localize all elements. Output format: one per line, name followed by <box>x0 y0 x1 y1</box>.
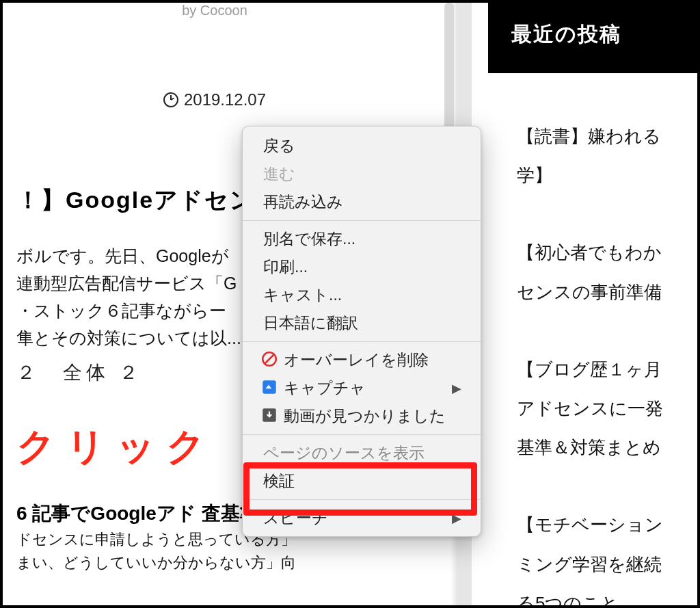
menu-item-print[interactable]: 印刷... <box>243 253 481 281</box>
menu-item-inspect[interactable]: 検証 <box>243 467 481 495</box>
sidebar-header: 最近の投稿 <box>488 3 697 73</box>
menu-item-video-found[interactable]: 動画が見つかりました <box>243 402 481 430</box>
menu-item-cast[interactable]: キャスト... <box>243 281 481 309</box>
scrollbar-thumb[interactable] <box>444 3 454 146</box>
sidebar-item[interactable]: 【ブログ歴１ヶ月 アドセンスに一発 基準＆対策まとめ <box>517 350 697 468</box>
menu-item-view-source[interactable]: ページのソースを表示 <box>243 439 481 467</box>
context-menu: 戻る 進む 再読み込み 別名で保存... 印刷... キャスト... 日本語に翻… <box>242 126 481 537</box>
clock-icon <box>163 92 178 107</box>
forbid-icon <box>260 350 278 368</box>
menu-label: キャプチャ <box>284 378 366 399</box>
menu-item-save-as[interactable]: 別名で保存... <box>243 225 481 253</box>
byline: by Cocoon <box>16 3 413 18</box>
sidebar-list: 【読書】嫌われる 学】 【初心者でもわか センスの事前準備 【ブログ歴１ヶ月 ア… <box>488 73 697 605</box>
menu-item-speech[interactable]: スピーチ ▶ <box>243 504 481 532</box>
sidebar: 最近の投稿 【読書】嫌われる 学】 【初心者でもわか センスの事前準備 【ブログ… <box>488 3 697 605</box>
sidebar-item[interactable]: 【モチベーション ミング学習を継続 る5つのこと <box>517 505 697 605</box>
menu-item-back[interactable]: 戻る <box>243 132 481 160</box>
menu-item-translate[interactable]: 日本語に翻訳 <box>243 309 481 337</box>
date-text: 2019.12.07 <box>184 90 266 109</box>
screenshot-frame: by Cocoon 2019.12.07 ！】Googleアドセン ボルです。先… <box>0 0 700 608</box>
sidebar-item[interactable]: 【読書】嫌われる 学】 <box>517 117 697 195</box>
capture-icon <box>260 378 278 396</box>
menu-separator <box>243 499 481 500</box>
chevron-right-icon: ▶ <box>452 511 461 526</box>
menu-item-capture[interactable]: キャプチャ ▶ <box>243 374 481 402</box>
menu-separator <box>243 341 481 342</box>
menu-separator <box>243 434 481 435</box>
post-date: 2019.12.07 <box>16 90 413 109</box>
svg-line-1 <box>265 355 274 364</box>
menu-item-reload[interactable]: 再読み込み <box>243 188 481 216</box>
menu-label: スピーチ <box>263 507 328 529</box>
sidebar-item[interactable]: 【初心者でもわか センスの事前準備 <box>517 233 697 311</box>
menu-label: 動画が見つかりました <box>284 406 446 427</box>
menu-label: オーバーレイを削除 <box>284 349 429 371</box>
menu-separator <box>243 220 481 221</box>
chevron-right-icon: ▶ <box>452 381 461 396</box>
menu-item-remove-overlay[interactable]: オーバーレイを削除 <box>243 346 481 374</box>
download-icon <box>260 406 278 424</box>
menu-item-forward: 進む <box>243 160 481 188</box>
